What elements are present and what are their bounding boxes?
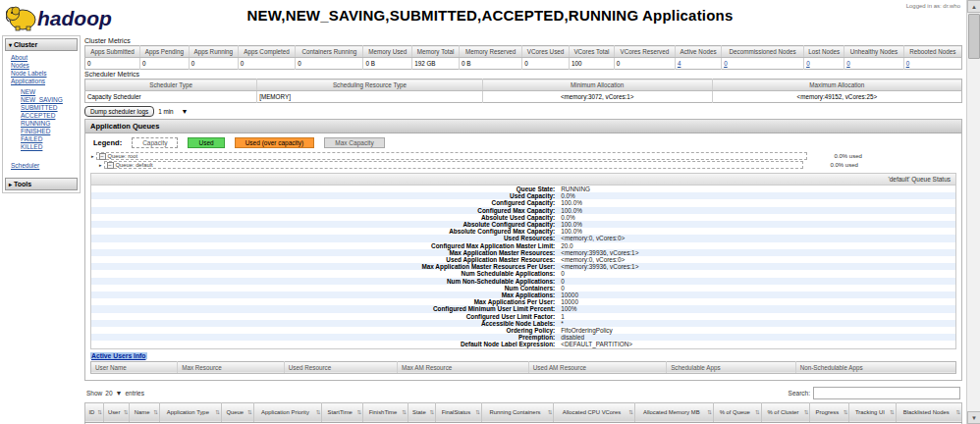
scrollbar-thumb[interactable] <box>968 14 980 59</box>
sidebar-app-state-link[interactable]: FINISHED <box>21 128 50 134</box>
tree-toggle-icon[interactable]: ▸ <box>99 162 102 168</box>
sortable-column-header[interactable]: User ⇅ <box>103 402 130 422</box>
dropdown-arrow-icon[interactable]: ▼ <box>182 108 189 115</box>
status-value: 100.0% <box>558 228 955 235</box>
sortable-column-header[interactable]: Progress ⇅ <box>810 402 849 422</box>
sidebar-app-state-link[interactable]: KILLED <box>21 143 42 150</box>
unhealthy-nodes-link[interactable]: 0 <box>846 60 850 67</box>
column-header: Active Nodes <box>675 46 721 58</box>
column-label: % of Queue <box>720 409 750 415</box>
status-key: Num Schedulable Applications: <box>91 270 558 277</box>
queue-row-root: ▸ − Queue: root 0.0% used <box>91 152 955 160</box>
collapse-icon[interactable]: − <box>107 162 114 169</box>
dump-scheduler-logs-button[interactable]: Dump scheduler logs <box>84 106 154 117</box>
sortable-column-header[interactable]: Queue ⇅ <box>221 402 253 422</box>
sortable-column-header[interactable]: FinalStatus ⇅ <box>435 402 481 422</box>
status-key: Max Application Master Resources: <box>91 249 558 256</box>
application-queues-title: Application Queues <box>85 120 961 133</box>
scheduler-metrics-table: Scheduler TypeScheduling Resource TypeMi… <box>84 79 962 103</box>
column-header: Unhealthy Nodes <box>844 46 903 58</box>
sidebar-app-state-link[interactable]: NEW <box>21 88 35 95</box>
log-interval-value[interactable]: 1 min <box>158 108 173 115</box>
sortable-column-header[interactable]: ID ⇅ <box>85 402 104 422</box>
sortable-column-header[interactable]: Running Containers ⇅ <box>481 402 554 422</box>
status-value: 0 <box>558 285 955 292</box>
column-header: Maximum Allocation <box>712 80 961 91</box>
vcores-used-value: 0 <box>522 58 570 70</box>
cluster-metrics-table: Apps SubmittedApps PendingApps RunningAp… <box>84 45 962 70</box>
chevron-right-icon: ▸ <box>9 182 12 187</box>
legend-over-capacity-swatch: Used (over capacity) <box>235 137 315 148</box>
column-header: Decommissioned Nodes <box>722 46 804 58</box>
status-key: Accessible Node Labels: <box>91 320 558 327</box>
sidebar-header-tools[interactable]: ▸Tools <box>5 178 78 190</box>
active-nodes-link[interactable]: 4 <box>678 60 681 67</box>
status-value: 1 <box>558 313 955 320</box>
apps-running-value: 0 <box>189 58 238 70</box>
sortable-column-header[interactable]: State ⇅ <box>408 402 435 422</box>
sortable-column-header[interactable]: Application Priority ⇅ <box>253 402 322 422</box>
active-users-info-link[interactable]: Active Users Info <box>90 352 147 359</box>
sortable-column-header[interactable]: Application Type ⇅ <box>159 402 221 422</box>
status-value: 0.0% <box>558 214 955 221</box>
sortable-column-header[interactable]: Allocated Memory MB ⇅ <box>634 402 713 422</box>
sortable-column-header[interactable]: Blacklisted Nodes ⇅ <box>896 402 961 422</box>
sidebar-app-state-link[interactable]: ACCEPTED <box>21 112 55 119</box>
list-item: SUBMITTED <box>21 104 78 112</box>
sortable-column-header[interactable]: % of Cluster ⇅ <box>761 402 810 422</box>
sidebar-link[interactable]: About <box>11 54 27 61</box>
queue-bar-root[interactable]: − Queue: root <box>96 152 807 160</box>
column-label: Blacklisted Nodes <box>903 409 950 415</box>
sort-icon: ⇅ <box>628 409 633 415</box>
sortable-column-header[interactable]: Name ⇅ <box>130 402 159 422</box>
column-header: Max AM Resource <box>397 361 528 373</box>
dropdown-arrow-icon[interactable]: ▼ <box>116 390 123 397</box>
list-item: FAILED <box>21 135 78 143</box>
column-header: Scheduling Resource Type <box>257 80 483 91</box>
column-label: Application Type <box>167 409 209 415</box>
sidebar-link-scheduler[interactable]: Scheduler <box>11 162 39 169</box>
sidebar-header-cluster[interactable]: ▾Cluster <box>5 38 78 51</box>
sort-icon: ⇅ <box>402 409 407 415</box>
sidebar-app-state-link[interactable]: FAILED <box>21 135 42 142</box>
scroll-down-icon[interactable]: ▼ <box>967 411 980 424</box>
tree-toggle-icon[interactable]: ▸ <box>91 153 94 159</box>
hadoop-logo[interactable]: hadoop <box>6 2 136 31</box>
list-item: Node Labels <box>11 70 78 78</box>
decommissioned-nodes-link[interactable]: 0 <box>724 60 728 67</box>
cluster-metrics-heading: Cluster Metrics <box>84 37 962 44</box>
sidebar-app-state-link[interactable]: RUNNING <box>21 120 50 127</box>
collapse-icon[interactable]: − <box>99 153 106 160</box>
queue-label: Queue: root <box>108 153 138 160</box>
memory-total-value: 192 GB <box>412 58 460 70</box>
sidebar-app-state-link[interactable]: NEW_SAVING <box>21 96 63 103</box>
sortable-column-header[interactable]: FinishTime ⇅ <box>363 402 408 422</box>
sidebar-app-state-link[interactable]: SUBMITTED <box>21 104 58 111</box>
page-size-select[interactable]: 20 <box>105 390 112 397</box>
search-label: Search: <box>789 390 810 397</box>
search-input[interactable] <box>813 387 960 399</box>
sortable-column-header[interactable]: Allocated CPU VCores ⇅ <box>554 402 634 422</box>
status-value: <memory:39936, vCores:1> <box>558 249 955 256</box>
queue-bar-default[interactable]: − Queue: default <box>104 161 803 169</box>
sidebar-link[interactable]: Applications <box>11 78 45 84</box>
table-row: Num Schedulable Applications: 0 <box>91 270 955 277</box>
sidebar-link[interactable]: Nodes <box>11 62 29 69</box>
table-row: Max Application Master Resources: <memor… <box>91 249 955 256</box>
scheduling-resource-type-value: [MEMORY] <box>257 91 483 103</box>
vertical-scrollbar[interactable]: ▲ ▼ <box>966 0 980 424</box>
status-key: Configured Max Application Master Limit: <box>91 242 558 249</box>
rebooted-nodes-link[interactable]: 0 <box>906 60 910 67</box>
scheduler-metrics-heading: Scheduler Metrics <box>84 71 962 78</box>
table-row: Configured Max Capacity: 100.0% <box>91 207 955 214</box>
sidebar-link[interactable]: Node Labels <box>11 70 47 77</box>
scroll-up-icon[interactable]: ▲ <box>967 0 980 13</box>
chevron-down-icon: ▾ <box>9 42 12 48</box>
sortable-column-header[interactable]: % of Queue ⇅ <box>713 402 761 422</box>
column-header: Rebooted Nodes <box>903 46 961 58</box>
main-content: Cluster Metrics Apps SubmittedApps Pendi… <box>84 36 962 424</box>
lost-nodes-link[interactable]: 0 <box>806 60 810 67</box>
sortable-column-header[interactable]: Tracking UI ⇅ <box>849 402 896 422</box>
sortable-column-header[interactable]: StartTime ⇅ <box>322 402 363 422</box>
sort-icon: ⇅ <box>755 409 760 415</box>
